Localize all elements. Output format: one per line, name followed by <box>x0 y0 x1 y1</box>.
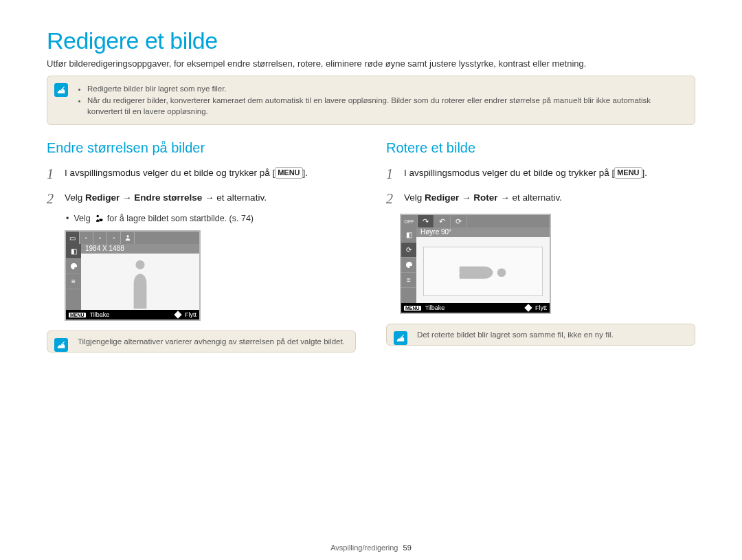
sub-text-a: Velg <box>74 214 90 223</box>
svg-point-3 <box>135 260 144 269</box>
svg-rect-5 <box>142 291 145 309</box>
right-column: Rotere et bilde 1 I avspillingsmodus vel… <box>386 140 695 368</box>
step2-text-b: → et alternativ. <box>202 192 267 203</box>
left-heading: Endre størrelsen på bilder <box>47 140 356 156</box>
rotate-off-label: OFF <box>401 215 418 227</box>
footer-section: Avspilling/redigering <box>330 544 398 552</box>
lcd-menu-btn: MENU <box>69 313 86 317</box>
step2-text-a: Velg <box>404 192 425 203</box>
svg-rect-1 <box>99 219 102 222</box>
lcd-move-label: Flytt <box>185 311 196 318</box>
top-note-item-2: Når du redigerer bilder, konverterer kam… <box>87 95 685 117</box>
lcd-tab-icon: ▭ <box>66 232 80 244</box>
page-title: Redigere et bilde <box>47 27 695 54</box>
lcd-resolution-label: 1984 X 1488 <box>81 244 199 254</box>
left-note-box: Tilgjengelige alternativer varierer avhe… <box>47 331 356 352</box>
rotate-left-icon: ↶ <box>434 215 451 227</box>
note-icon <box>54 83 68 97</box>
step2-bold: Rediger → Roter <box>425 192 498 203</box>
lcd-rotate-label: Høyre 90° <box>416 227 550 237</box>
rotate-right-icon: ↷ <box>418 215 434 227</box>
left-column: Endre størrelsen på bilder 1 I avspillin… <box>47 140 356 368</box>
right-note-box: Det roterte bildet blir lagret som samme… <box>386 324 695 346</box>
right-heading: Rotere et bilde <box>386 140 695 156</box>
side-adjust-icon: ≡ <box>401 273 416 288</box>
step2-text-b: → et alternativ. <box>498 192 563 203</box>
side-rotate-icon: ⟳ <box>401 243 416 258</box>
svg-point-6 <box>497 269 506 278</box>
right-note-text: Det roterte bildet blir lagret som samme… <box>417 331 614 339</box>
svg-point-2 <box>126 235 128 237</box>
lcd-back-label: Tilbake <box>90 311 110 318</box>
step1-text-a: I avspillingsmodus velger du et bilde og… <box>65 168 272 178</box>
right-step-1: 1 I avspillingsmodus velger du et bilde … <box>386 164 695 183</box>
lcd-tab-icon: ▫ <box>80 232 93 244</box>
side-tool-icon: ◧ <box>66 244 81 259</box>
side-palette-icon <box>66 259 81 274</box>
top-note-box: Redigerte bilder blir lagret som nye fil… <box>47 76 695 125</box>
side-palette-icon <box>401 258 416 273</box>
dpad-icon <box>174 311 181 318</box>
footer-page-number: 59 <box>403 544 412 552</box>
svg-rect-8 <box>460 274 477 278</box>
lcd-rotate-mock: OFF ↷ ↶ ⟳ ◧ ⟳ ≡ Høyre 90° <box>400 214 551 314</box>
left-step-2: 2 Velg Rediger → Endre størrelse → et al… <box>47 189 356 208</box>
lcd-menu-btn: MENU <box>404 306 421 311</box>
note-icon <box>54 338 68 352</box>
lcd-tab-icon: ▫ <box>107 232 121 244</box>
step-number: 1 <box>47 164 59 183</box>
step1-text-a: I avspillingsmodus velger du et bilde og… <box>404 168 611 178</box>
lcd-resize-mock: ▭ ▫ ▫ ▫ ◧ ≡ <box>65 230 201 321</box>
step1-text-b: . <box>305 168 308 178</box>
svg-rect-4 <box>135 291 139 309</box>
step-number: 1 <box>386 164 398 183</box>
note-icon <box>394 331 407 345</box>
menu-button-label: MENU <box>614 167 642 179</box>
sub-text-b: for å lagre bildet som startbilde. (s. 7… <box>107 214 254 223</box>
right-step-2: 2 Velg Rediger → Roter → et alternativ. <box>386 189 695 208</box>
lcd-tab-person-icon <box>121 232 135 244</box>
side-adjust-icon: ≡ <box>66 274 81 289</box>
person-start-icon <box>94 214 104 223</box>
page-footer: Avspilling/redigering 59 <box>0 544 742 552</box>
left-note-text: Tilgjengelige alternativer varierer avhe… <box>78 337 345 346</box>
lcd-back-label: Tilbake <box>425 304 445 311</box>
top-note-item-1: Redigerte bilder blir lagret som nye fil… <box>87 83 685 95</box>
left-sub-bullet: Velg for å lagre bildet som startbilde. … <box>66 214 356 223</box>
person-silhouette-icon <box>126 258 154 310</box>
menu-button-label: MENU <box>275 167 302 179</box>
rotated-person-silhouette-icon <box>456 260 510 285</box>
intro-text: Utfør bilderedigeringsoppgaver, for ekse… <box>47 58 695 69</box>
svg-point-0 <box>96 215 99 218</box>
left-step-1: 1 I avspillingsmodus velger du et bilde … <box>47 164 356 183</box>
side-tool-icon: ◧ <box>401 227 416 243</box>
step-number: 2 <box>386 189 398 208</box>
lcd-move-label: Flytt <box>535 304 547 311</box>
lcd-tab-icon: ▫ <box>93 232 107 244</box>
dpad-icon <box>524 304 532 311</box>
svg-rect-7 <box>460 269 477 272</box>
step1-text-b: . <box>644 168 647 178</box>
step2-bold: Rediger → Endre størrelse <box>85 192 202 203</box>
step2-text-a: Velg <box>65 192 85 203</box>
step-number: 2 <box>47 189 59 208</box>
rotate-flip-icon: ⟳ <box>451 215 467 227</box>
